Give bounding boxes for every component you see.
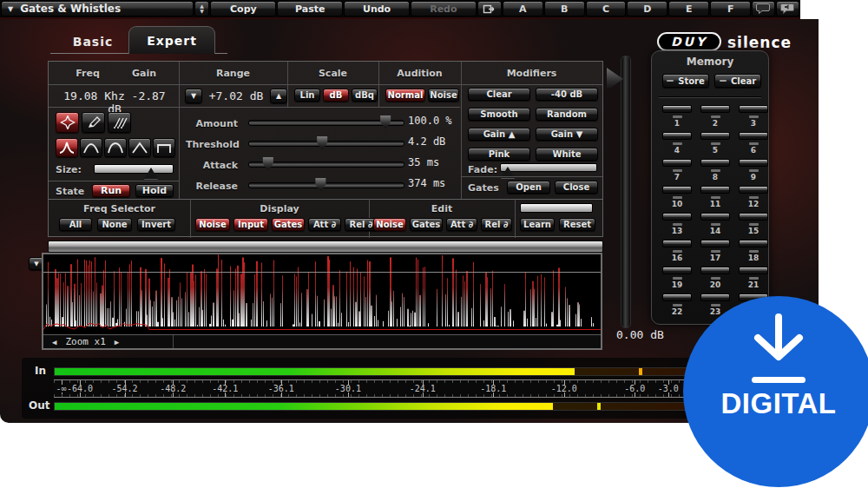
- memory-slot-button[interactable]: [662, 240, 692, 247]
- preset-stepper[interactable]: ▲ ▼: [194, 1, 210, 16]
- memory-slot-15[interactable]: 15: [739, 213, 768, 235]
- size-slider-thumb[interactable]: [144, 168, 158, 179]
- memory-slot-14[interactable]: 14: [700, 213, 730, 235]
- memory-slot-d-button[interactable]: D: [627, 1, 667, 16]
- paste-button[interactable]: Paste: [277, 1, 343, 16]
- display-gates-button[interactable]: Gates: [272, 218, 305, 231]
- freq-select-invert-button[interactable]: Invert: [137, 218, 175, 231]
- memory-slot-button[interactable]: [739, 105, 768, 113]
- curve-narrow-peak-button[interactable]: [56, 138, 78, 157]
- output-fader[interactable]: [621, 56, 631, 328]
- range-decrease-button[interactable]: ▼: [185, 89, 202, 103]
- memory-slot-16[interactable]: 16: [662, 240, 692, 262]
- memory-slot-button[interactable]: [662, 267, 692, 274]
- memory-slot-10[interactable]: 10: [662, 186, 692, 208]
- gates-open-button[interactable]: Open: [507, 181, 550, 194]
- memory-slot-5[interactable]: 5: [700, 132, 730, 155]
- size-slider[interactable]: [94, 164, 174, 174]
- memory-slot-button[interactable]: [700, 267, 730, 274]
- scale-db-button[interactable]: dB: [323, 89, 349, 102]
- learn-button[interactable]: Learn: [520, 218, 555, 231]
- preset-selector[interactable]: ▼ Gates & Whistles: [1, 1, 194, 16]
- gates-close-button[interactable]: Close: [555, 181, 598, 194]
- memory-slot-6[interactable]: 6: [739, 132, 768, 155]
- memory-slot-20[interactable]: 20: [700, 267, 730, 289]
- memory-slot-22[interactable]: 22: [662, 293, 692, 316]
- memory-slot-12[interactable]: 12: [739, 186, 768, 208]
- tab-expert[interactable]: Expert: [128, 26, 215, 54]
- freq-select-all-button[interactable]: All: [59, 218, 92, 231]
- memory-slot-11[interactable]: 11: [700, 186, 730, 208]
- memory-slot-button[interactable]: [700, 293, 730, 301]
- undo-button[interactable]: Undo: [344, 1, 410, 16]
- curve-arch-button[interactable]: [80, 138, 102, 157]
- modifier-clear-button[interactable]: Clear: [468, 88, 530, 101]
- memory-slot-button[interactable]: [662, 186, 692, 194]
- release-slider-thumb[interactable]: [314, 178, 327, 191]
- copy-button[interactable]: Copy: [210, 1, 276, 16]
- memory-slot-f-button[interactable]: F: [710, 1, 751, 16]
- state-run-button[interactable]: Run: [92, 184, 130, 197]
- scale-lin-button[interactable]: Lin: [294, 89, 320, 102]
- memory-slot-9[interactable]: 9: [739, 159, 768, 181]
- memory-slot-button[interactable]: [700, 186, 730, 194]
- memory-slot-8[interactable]: 8: [700, 159, 730, 181]
- memory-slot-button[interactable]: [700, 240, 730, 247]
- modifier-smooth-button[interactable]: Smooth: [468, 108, 530, 121]
- audition-noise-button[interactable]: Noise: [428, 89, 459, 102]
- audio-bubble-icon[interactable]: [776, 1, 799, 16]
- memory-slot-13[interactable]: 13: [662, 213, 692, 235]
- tab-basic[interactable]: Basic: [59, 31, 127, 52]
- freq-select-none-button[interactable]: None: [97, 218, 132, 231]
- node-edit-tool-button[interactable]: [56, 112, 79, 133]
- memory-slot-button[interactable]: [739, 132, 768, 140]
- threshold-slider-thumb[interactable]: [316, 136, 329, 149]
- modifier-minus40-button[interactable]: -40 dB: [536, 88, 598, 101]
- curve-triangle-button[interactable]: [128, 138, 151, 157]
- reset-button[interactable]: Reset: [559, 218, 595, 231]
- range-increase-button[interactable]: ▲: [270, 89, 287, 103]
- memory-slot-button[interactable]: [662, 159, 692, 167]
- zoom-prev-icon[interactable]: ◀: [52, 338, 56, 346]
- memory-slot-18[interactable]: 18: [739, 240, 768, 262]
- memory-slot-e-button[interactable]: E: [668, 1, 709, 16]
- fade-slider[interactable]: [500, 163, 597, 172]
- amount-slider[interactable]: [248, 120, 404, 126]
- modifier-pink-button[interactable]: Pink: [468, 148, 530, 161]
- attack-slider-thumb[interactable]: [261, 157, 274, 170]
- memory-slot-21[interactable]: 21: [739, 267, 768, 289]
- audition-normal-button[interactable]: Normal: [385, 89, 425, 102]
- modifier-gain-up-button[interactable]: Gain ▲: [468, 128, 530, 141]
- multi-draw-tool-button[interactable]: [108, 112, 131, 133]
- redo-button[interactable]: Redo: [411, 1, 477, 16]
- curve-flat-top-button[interactable]: [153, 138, 175, 157]
- display-noise-button[interactable]: Noise: [195, 218, 230, 231]
- threshold-slider[interactable]: [248, 141, 404, 147]
- modifier-random-button[interactable]: Random: [536, 108, 598, 121]
- memory-slot-17[interactable]: 17: [700, 240, 730, 262]
- memory-slot-b-button[interactable]: B: [544, 1, 585, 16]
- memory-slot-button[interactable]: [700, 105, 730, 113]
- memory-slot-button[interactable]: [739, 267, 768, 274]
- memory-slot-button[interactable]: [662, 105, 692, 113]
- memory-slot-button[interactable]: [739, 159, 768, 167]
- display-att-button[interactable]: Att ∂: [308, 218, 341, 231]
- amount-slider-thumb[interactable]: [379, 115, 392, 129]
- state-hold-button[interactable]: Hold: [135, 184, 174, 197]
- edit-gates-button[interactable]: Gates: [410, 218, 443, 231]
- memory-slot-4[interactable]: 4: [662, 132, 692, 155]
- attack-slider[interactable]: [248, 162, 404, 168]
- scale-dbq-button[interactable]: dBq: [352, 89, 378, 102]
- memory-slot-3[interactable]: 3: [739, 105, 768, 128]
- modifier-gain-down-button[interactable]: Gain ▼: [536, 128, 598, 141]
- edit-rel-button[interactable]: Rel ∂: [481, 218, 512, 231]
- edit-noise-button[interactable]: Noise: [373, 218, 406, 231]
- memory-slot-2[interactable]: 2: [700, 105, 730, 128]
- release-slider[interactable]: [248, 182, 404, 188]
- export-icon[interactable]: [477, 1, 502, 16]
- memory-slot-19[interactable]: 19: [662, 267, 692, 289]
- comment-bubble-icon[interactable]: [752, 1, 775, 16]
- display-input-button[interactable]: Input: [233, 218, 268, 231]
- modifier-white-button[interactable]: White: [536, 148, 598, 161]
- pencil-tool-button[interactable]: [82, 112, 105, 133]
